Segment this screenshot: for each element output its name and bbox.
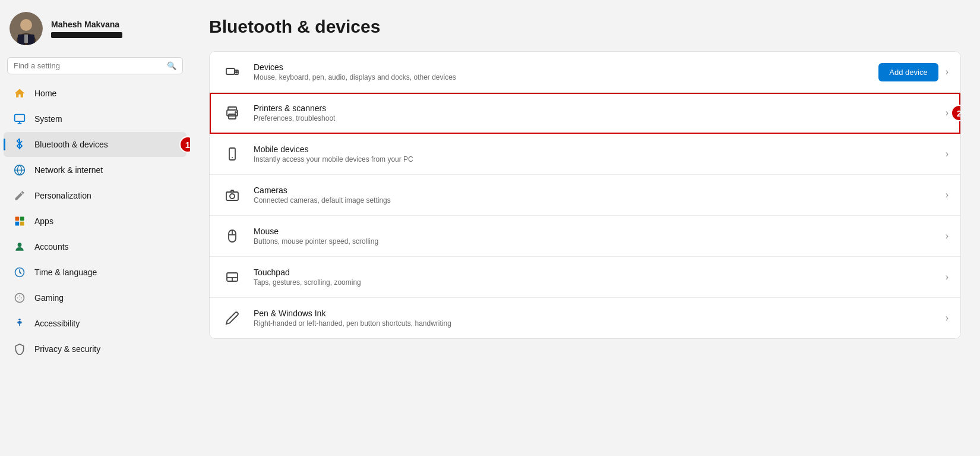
nav-wrapper-accessibility: Accessibility: [0, 311, 190, 336]
settings-item-title-mobile: Mobile devices: [254, 144, 935, 154]
sidebar-item-system[interactable]: System: [4, 106, 186, 131]
chevron-right-icon-printers: ›: [946, 108, 949, 118]
settings-item-text-cameras: Cameras Connected cameras, default image…: [254, 185, 935, 205]
svg-rect-4: [27, 34, 34, 45]
svg-point-18: [18, 319, 20, 320]
svg-point-14: [17, 297, 18, 298]
sidebar-item-time[interactable]: Time & language: [4, 260, 186, 285]
settings-item-mouse[interactable]: Mouse Buttons, mouse pointer speed, scro…: [210, 216, 960, 257]
sidebar-item-bluetooth[interactable]: Bluetooth & devices: [4, 132, 186, 157]
nav-menu: Home System Bluetooth & devices: [0, 80, 190, 362]
time-icon: [13, 266, 26, 279]
svg-rect-24: [229, 114, 236, 119]
settings-item-printers[interactable]: Printers & scanners Preferences, trouble…: [210, 93, 960, 134]
nav-wrapper-apps: Apps: [0, 209, 190, 234]
settings-item-devices[interactable]: Devices Mouse, keyboard, pen, audio, dis…: [210, 52, 960, 93]
devices-icon: [222, 61, 243, 83]
sidebar-item-label-apps: Apps: [34, 216, 53, 226]
chevron-right-icon-mouse: ›: [946, 231, 949, 241]
settings-item-desc-devices: Mouse, keyboard, pen, audio, displays an…: [254, 73, 868, 81]
sidebar-item-gaming[interactable]: Gaming: [4, 285, 186, 310]
svg-point-11: [18, 243, 22, 247]
search-icon: 🔍: [167, 61, 176, 70]
avatar: [10, 12, 43, 45]
svg-rect-5: [24, 34, 28, 43]
main-content: Bluetooth & devices Devices Mouse, keybo…: [190, 0, 980, 456]
settings-item-touchpad[interactable]: Touchpad Taps, gestures, scrolling, zoom…: [210, 257, 960, 298]
settings-item-actions-cameras: ›: [946, 190, 949, 200]
sidebar-item-personalization[interactable]: Personalization: [4, 183, 186, 208]
svg-rect-8: [20, 217, 24, 221]
sidebar-item-apps[interactable]: Apps: [4, 209, 186, 234]
svg-rect-9: [15, 222, 20, 226]
profile-bar: [51, 32, 122, 38]
sidebar-item-label-privacy: Privacy & security: [34, 344, 100, 354]
sidebar-item-label-accounts: Accounts: [34, 242, 69, 251]
svg-point-29: [230, 194, 235, 199]
profile-info: Mahesh Makvana: [51, 20, 122, 38]
sidebar: Mahesh Makvana 🔍 Home System: [0, 0, 190, 456]
svg-point-25: [235, 112, 236, 113]
settings-item-title-cameras: Cameras: [254, 185, 935, 195]
settings-item-text-pen: Pen & Windows Ink Right-handed or left-h…: [254, 309, 935, 328]
printer-icon: [222, 102, 243, 124]
annotation-badge-2: 2: [951, 105, 961, 121]
settings-item-title-pen: Pen & Windows Ink: [254, 309, 935, 318]
svg-point-15: [21, 297, 23, 298]
settings-item-title-mouse: Mouse: [254, 227, 935, 236]
svg-point-21: [236, 71, 237, 73]
sidebar-item-label-accessibility: Accessibility: [34, 319, 80, 328]
settings-item-desc-cameras: Connected cameras, default image setting…: [254, 196, 935, 205]
sidebar-item-label-time: Time & language: [34, 268, 97, 277]
svg-point-13: [15, 294, 24, 303]
camera-icon: [222, 184, 243, 206]
pen-icon: [222, 307, 243, 329]
settings-item-actions-mouse: ›: [946, 231, 949, 241]
nav-wrapper-bluetooth: Bluetooth & devices 1: [0, 132, 190, 157]
sidebar-item-network[interactable]: Network & internet: [4, 158, 186, 183]
bluetooth-icon: [13, 138, 26, 151]
settings-item-desc-pen: Right-handed or left-handed, pen button …: [254, 319, 935, 328]
sidebar-item-accessibility[interactable]: Accessibility: [4, 311, 186, 336]
settings-item-cameras[interactable]: Cameras Connected cameras, default image…: [210, 175, 960, 216]
settings-item-text-mobile: Mobile devices Instantly access your mob…: [254, 144, 935, 163]
chevron-right-icon-pen: ›: [946, 313, 949, 323]
chevron-right-icon-touchpad: ›: [946, 272, 949, 282]
system-icon: [13, 112, 26, 125]
accounts-icon: [13, 240, 26, 253]
mouse-icon: [222, 225, 243, 247]
settings-item-pen[interactable]: Pen & Windows Ink Right-handed or left-h…: [210, 298, 960, 338]
accessibility-icon: [13, 317, 26, 330]
svg-point-16: [19, 295, 20, 297]
nav-wrapper-gaming: Gaming: [0, 285, 190, 310]
svg-rect-3: [18, 34, 25, 45]
mobile-icon: [222, 143, 243, 165]
sidebar-item-home[interactable]: Home: [4, 81, 186, 106]
nav-wrapper-time: Time & language: [0, 260, 190, 285]
svg-point-1: [20, 19, 32, 31]
sidebar-item-accounts[interactable]: Accounts: [4, 234, 186, 259]
settings-item-actions-mobile: ›: [946, 149, 949, 159]
sidebar-item-label-system: System: [34, 114, 62, 124]
settings-item-actions-pen: ›: [946, 313, 949, 323]
add-device-button[interactable]: Add device: [878, 63, 938, 81]
sidebar-item-privacy[interactable]: Privacy & security: [4, 337, 186, 361]
svg-rect-6: [15, 115, 25, 122]
search-box[interactable]: 🔍: [7, 57, 183, 74]
apps-icon: [13, 215, 26, 228]
nav-wrapper-system: System: [0, 106, 190, 131]
svg-rect-10: [20, 222, 24, 226]
settings-item-text-devices: Devices Mouse, keyboard, pen, audio, dis…: [254, 62, 868, 81]
settings-item-title-touchpad: Touchpad: [254, 268, 935, 277]
settings-item-mobile[interactable]: Mobile devices Instantly access your mob…: [210, 134, 960, 175]
sidebar-item-label-bluetooth: Bluetooth & devices: [34, 140, 108, 149]
chevron-right-icon-mobile: ›: [946, 149, 949, 159]
settings-item-actions-devices: Add device ›: [878, 63, 949, 81]
privacy-icon: [13, 342, 26, 356]
svg-rect-7: [15, 217, 20, 221]
search-input[interactable]: [14, 61, 162, 70]
settings-item-desc-printers: Preferences, troubleshoot: [254, 114, 935, 122]
settings-item-actions-printers: ›: [946, 108, 949, 118]
touchpad-icon: [222, 266, 243, 288]
settings-item-desc-mouse: Buttons, mouse pointer speed, scrolling: [254, 237, 935, 246]
